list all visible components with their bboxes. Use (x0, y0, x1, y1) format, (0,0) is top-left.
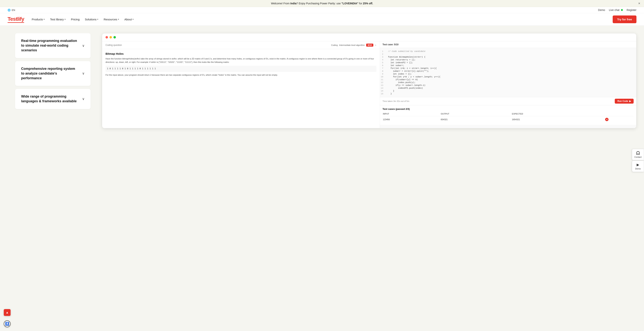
banner-code: "LOVEINDIA" (342, 2, 358, 5)
line-number: 11 (380, 78, 386, 81)
code-window-body: Coding question Coding Intermediate leve… (102, 41, 636, 128)
code-line: 1 // Code submitted by candidate (380, 50, 636, 53)
code-line: 8 subarr = strArr[i].split(""); (380, 70, 636, 72)
code-line: 2 (380, 53, 636, 56)
line-number: 2 (380, 53, 386, 55)
line-number: 6 (380, 64, 386, 66)
code-line: 12 index.push(y); (380, 81, 636, 84)
test-status: ✕ (605, 116, 633, 122)
test-results-title: Test cases (passed 2/3) (382, 108, 634, 110)
matrix-display: 1 0 1 1 1 1 0 1 0 1 1 1 1 0 1 1 1 1 1 1 (106, 66, 376, 72)
resources-chevron-icon: ▾ (118, 18, 119, 20)
test-library-chevron-icon: ▾ (64, 18, 66, 20)
code-question-pane: Coding question Coding Intermediate leve… (102, 41, 380, 128)
code-line: 4 let returnArry = []; (380, 58, 636, 61)
window-dot-green (114, 36, 116, 38)
nav-solutions[interactable]: Solutions ▾ (85, 18, 98, 21)
code-line: 3 function BitmapHoles(strArr) { (380, 56, 636, 58)
line-code: for(let i=0; i < strArr.length; i++){ (386, 67, 437, 70)
accordion-item-3[interactable]: Wide range of programming languages & fr… (15, 89, 90, 109)
banner-text: Welcome! From India? Enjoy Purchasing Po… (271, 2, 373, 5)
line-code: for(let y=0 ; y < subarr.length; y++){ (386, 76, 440, 78)
line-number: 4 (380, 59, 386, 61)
demo-link[interactable]: Demo (598, 8, 605, 12)
tag-coding: Coding (331, 44, 338, 46)
window-dot-yellow (110, 36, 112, 38)
logo-underline (8, 22, 24, 23)
line-number: 5 (380, 62, 386, 64)
main-content: Real-time programming evaluation to simu… (0, 26, 644, 139)
accordion-header-2: Comprehensive reporting system to analyz… (21, 66, 84, 81)
code-editor-pane: Test case: 5/10 1 // Code submitted by c… (380, 41, 636, 128)
nav-resources[interactable]: Resources ▾ (104, 18, 119, 21)
line-number: 1 (380, 50, 386, 52)
question-header: Coding question Coding Intermediate leve… (102, 41, 380, 49)
line-code: // Code submitted by candidate (386, 50, 426, 52)
lang-label: EN (12, 9, 15, 12)
code-line: 11 if(subarr[y] == 0) (380, 78, 636, 81)
products-chevron-icon: ▾ (44, 18, 45, 20)
line-number: 15 (380, 90, 386, 92)
run-code-button[interactable]: Run Code ▶ (615, 99, 634, 104)
test-results-table: INPUT OUTPUT EXPECTED 123456 654321 1654… (382, 112, 634, 123)
language-selector[interactable]: 🌐 EN (8, 9, 15, 12)
line-number: 10 (380, 76, 386, 78)
accordion-item-1[interactable]: Real-time programming evaluation to simu… (15, 33, 90, 58)
nav-pricing[interactable]: Pricing (71, 18, 80, 21)
test-input: 123456 (383, 116, 440, 122)
run-code-label: Run Code (618, 100, 628, 102)
banner-close-button[interactable]: × (638, 2, 640, 6)
test-results: Test cases (passed 2/3) INPUT OUTPUT EXP… (380, 105, 636, 125)
banner-country: India (290, 2, 296, 5)
timer-label: Time taken 3m 32s out of 5m (382, 100, 410, 102)
code-line: 6 let subarr; (380, 64, 636, 67)
question-body: Bitmap Holes Have the function bitmapHol… (102, 49, 380, 82)
code-line: 13 if(y == subarr.length-1) (380, 84, 636, 86)
col-input: INPUT (383, 113, 440, 116)
accordion-header-3: Wide range of programming languages & fr… (21, 94, 84, 104)
utility-right: Demo Live chat Register (598, 8, 636, 12)
line-code: let subarr; (386, 64, 404, 66)
main-nav: Testlify Products ▾ Test library ▾ Prici… (0, 13, 644, 26)
live-dot (621, 9, 623, 11)
col-status (605, 113, 633, 116)
line-code: } (386, 90, 394, 92)
code-line: 10 for(let y=0 ; y < subarr.length; y++)… (380, 75, 636, 78)
line-number: 14 (380, 87, 386, 89)
nav-test-library[interactable]: Test library ▾ (50, 18, 66, 21)
table-row: 123456 654321 1654321 ✕ (383, 116, 633, 122)
test-output: 654321 (441, 116, 512, 122)
try-for-free-button[interactable]: Try for free (613, 16, 636, 23)
accordion-header-1: Real-time programming evaluation to simu… (21, 38, 84, 53)
about-chevron-icon: ▾ (132, 18, 134, 20)
code-line: 5 let indexOfZ = []; (380, 61, 636, 64)
test-expected: 1654321 (512, 116, 605, 122)
line-number: 16 (380, 93, 386, 95)
line-number: 8 (380, 70, 386, 72)
left-panel: Real-time programming evaluation to simu… (15, 33, 90, 112)
question-description: Have the function bitmapHoles(strArr) ta… (106, 57, 376, 64)
accordion-title-3: Wide range of programming languages & fr… (21, 94, 78, 104)
accordion-chevron-1: ∨ (82, 44, 84, 48)
line-code: subarr = strArr[i].split(""); (386, 70, 429, 72)
window-bar (102, 34, 636, 41)
accordion-title-1: Real-time programming evaluation to simu… (21, 38, 78, 53)
register-link[interactable]: Register (627, 8, 636, 12)
accordion-item-2[interactable]: Comprehensive reporting system to analyz… (15, 61, 90, 86)
tag-algo: Intermediate level algorithm (339, 44, 365, 46)
collapse-icon[interactable]: ∧ (375, 44, 376, 46)
code-line: 16 } (380, 92, 636, 95)
nav-links: Products ▾ Test library ▾ Pricing Soluti… (32, 18, 605, 21)
nav-about[interactable]: About ▾ (124, 18, 134, 21)
live-chat-link[interactable]: Live chat (609, 8, 623, 12)
code-line: 15 } (380, 90, 636, 92)
banner-discount: 25% off. (363, 2, 373, 5)
nav-products[interactable]: Products ▾ (32, 18, 45, 21)
code-lines: 1 // Code submitted by candidate23 funct… (380, 48, 636, 97)
logo[interactable]: Testlify (8, 16, 24, 23)
question-tags: Coding Intermediate level algorithm 8/10… (331, 44, 376, 46)
line-code: } (386, 93, 392, 95)
question-description2: For the input above, your program should… (106, 74, 376, 77)
window-dot-red (106, 36, 108, 38)
line-number: 3 (380, 56, 386, 58)
